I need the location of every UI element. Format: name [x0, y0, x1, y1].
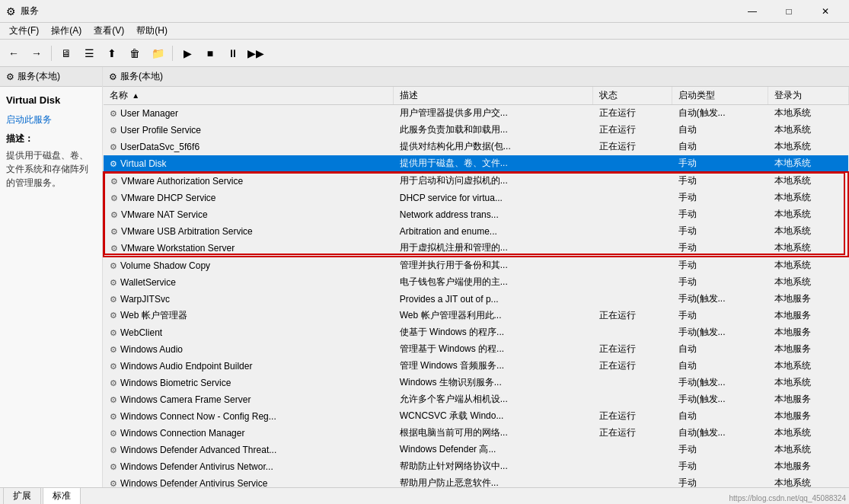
menu-item-a[interactable]: 操作(A)	[45, 23, 88, 39]
title-bar: ⚙ 服务 — □ ✕	[0, 0, 849, 23]
service-name: Windows Defender Antivirus Networ...	[120, 461, 273, 472]
table-row[interactable]: ⚙Windows Camera Frame Server允许多个客户端从相机设.…	[104, 391, 848, 408]
tab-standard[interactable]: 标准	[43, 487, 81, 504]
tab-expand[interactable]: 扩展	[3, 487, 41, 504]
service-startup: 自动(触发...	[672, 105, 768, 122]
service-desc: 提供对结构化用户数据(包...	[394, 139, 593, 155]
service-desc: 此服务负责加载和卸载用...	[394, 122, 593, 139]
maximize-button[interactable]: □	[771, 0, 806, 23]
service-name: Windows Connect Now - Config Reg...	[120, 411, 276, 422]
table-row[interactable]: ⚙WarpJITSvcProvides a JIT out of p...手动(…	[104, 291, 848, 308]
table-row[interactable]: ⚙Windows Audio Endpoint Builder管理 Window…	[104, 358, 848, 375]
menu-item-f[interactable]: 文件(F)	[3, 23, 45, 39]
service-login: 本地系统	[768, 442, 848, 458]
delete-button[interactable]: 🗑	[124, 43, 145, 64]
table-row[interactable]: ⚙Virtual Disk提供用于磁盘、卷、文件...手动本地系统	[104, 155, 848, 173]
service-login: 本地系统	[768, 375, 848, 391]
service-name: WalletService	[120, 277, 176, 288]
table-row[interactable]: ⚙Windows Defender Antivirus Networ...帮助防…	[104, 458, 848, 475]
service-gear-icon: ⚙	[110, 278, 117, 287]
service-startup: 自动	[672, 341, 768, 358]
service-login: 本地系统	[768, 240, 848, 257]
list-button[interactable]: ☰	[78, 43, 100, 64]
service-name: User Profile Service	[120, 125, 201, 136]
service-startup: 手动(触发...	[672, 324, 768, 341]
table-row[interactable]: ⚙Windows Defender Advanced Threat...Wind…	[104, 442, 848, 458]
sidebar-header-text: 服务(本地)	[18, 70, 60, 83]
table-row[interactable]: ⚙Windows Connect Now - Config Reg...WCNC…	[104, 408, 848, 425]
sidebar-start-link[interactable]: 启动此服务	[6, 113, 96, 126]
stop-button[interactable]: ■	[199, 43, 221, 64]
service-table: 名称 ▲ 描述 状态 启动类型 登录为 ⚙User Manager用户管理器提供…	[103, 87, 849, 487]
service-gear-icon: ⚙	[110, 445, 117, 455]
table-row[interactable]: ⚙User Profile Service此服务负责加载和卸载用...正在运行自…	[104, 122, 848, 139]
table-row[interactable]: ⚙Windows Biometric ServiceWindows 生物识别服务…	[104, 375, 848, 391]
menu-item-h[interactable]: 帮助(H)	[130, 23, 174, 39]
service-status: 正在运行	[593, 308, 672, 324]
service-status	[593, 442, 672, 458]
col-login[interactable]: 登录为	[768, 87, 848, 105]
table-row[interactable]: ⚙WalletService电子钱包客户端使用的主...手动本地系统	[104, 274, 848, 291]
service-status	[593, 172, 672, 190]
service-gear-icon: ⚙	[110, 362, 117, 371]
service-login: 本地系统	[768, 190, 848, 206]
col-startup[interactable]: 启动类型	[672, 87, 768, 105]
service-desc: 用户管理器提供多用户交...	[394, 105, 593, 122]
service-gear-icon: ⚙	[110, 412, 117, 421]
table-row[interactable]: ⚙Windows Audio管理基于 Windows 的程...正在运行自动本地…	[104, 341, 848, 358]
service-login: 本地系统	[768, 223, 848, 240]
menu-item-v[interactable]: 查看(V)	[88, 23, 130, 39]
table-row[interactable]: ⚙Windows Defender Antivirus Service帮助用户防…	[104, 475, 848, 488]
computer-button[interactable]: 🖥	[56, 43, 77, 64]
col-desc[interactable]: 描述	[394, 87, 593, 105]
service-table-wrapper[interactable]: 名称 ▲ 描述 状态 启动类型 登录为 ⚙User Manager用户管理器提供…	[103, 87, 849, 487]
restart-button[interactable]: ▶▶	[245, 43, 267, 64]
service-name: Volume Shadow Copy	[120, 260, 210, 271]
sidebar-header: ⚙ 服务(本地)	[0, 67, 102, 87]
table-row[interactable]: ⚙Volume Shadow Copy管理并执行用于备份和其...手动本地系统	[104, 257, 848, 274]
service-name: WebClient	[120, 327, 162, 338]
service-desc: 帮助防止针对网络协议中...	[394, 458, 593, 475]
service-desc: 管理基于 Windows 的程...	[394, 341, 593, 358]
service-login: 本地服务	[768, 291, 848, 308]
table-row[interactable]: ⚙VMware Workstation Server用于虚拟机注册和管理的...…	[104, 240, 848, 257]
service-status	[593, 155, 672, 173]
table-row[interactable]: ⚙Windows Connection Manager根据电脑当前可用的网络..…	[104, 425, 848, 442]
table-row[interactable]: ⚙UserDataSvc_5f6f6提供对结构化用户数据(包...正在运行自动本…	[104, 139, 848, 155]
service-login: 本地系统	[768, 257, 848, 274]
service-desc: 管理并执行用于备份和其...	[394, 257, 593, 274]
service-desc: Windows Defender 高...	[394, 442, 593, 458]
folder-button[interactable]: 📁	[147, 43, 168, 64]
service-status	[593, 391, 672, 408]
minimize-button[interactable]: —	[735, 0, 770, 23]
table-row[interactable]: ⚙Web 帐户管理器Web 帐户管理器利用此...正在运行手动本地服务	[104, 308, 848, 324]
service-desc: 允许多个客户端从相机设...	[394, 391, 593, 408]
table-row[interactable]: ⚙VMware USB Arbitration ServiceArbitrati…	[104, 223, 848, 240]
app-icon: ⚙	[6, 5, 16, 18]
service-status: 正在运行	[593, 341, 672, 358]
service-startup: 手动	[672, 155, 768, 173]
service-panel-header: ⚙ 服务(本地)	[103, 67, 849, 87]
table-row[interactable]: ⚙VMware DHCP ServiceDHCP service for vir…	[104, 190, 848, 206]
service-gear-icon: ⚙	[110, 109, 117, 118]
service-name: Windows Defender Advanced Threat...	[120, 445, 276, 455]
service-login: 本地服务	[768, 458, 848, 475]
service-startup: 自动	[672, 122, 768, 139]
service-name: VMware USB Arbitration Service	[121, 226, 253, 237]
play-button[interactable]: ▶	[177, 43, 198, 64]
col-status[interactable]: 状态	[593, 87, 672, 105]
service-name: Windows Audio	[120, 344, 183, 355]
up-button[interactable]: ⬆	[101, 43, 123, 64]
forward-button[interactable]: →	[26, 43, 47, 64]
service-startup: 手动	[672, 475, 768, 488]
pause-button[interactable]: ⏸	[222, 43, 244, 64]
service-status	[593, 240, 672, 257]
table-row[interactable]: ⚙User Manager用户管理器提供多用户交...正在运行自动(触发...本…	[104, 105, 848, 122]
main-area: ⚙ 服务(本地) Virtual Disk 启动此服务 描述： 提供用于磁盘、卷…	[0, 67, 849, 487]
table-row[interactable]: ⚙WebClient使基于 Windows 的程序...手动(触发...本地服务	[104, 324, 848, 341]
table-row[interactable]: ⚙VMware NAT ServiceNetwork address trans…	[104, 206, 848, 223]
col-name[interactable]: 名称 ▲	[104, 87, 394, 105]
back-button[interactable]: ←	[3, 43, 24, 64]
close-button[interactable]: ✕	[808, 0, 843, 23]
table-row[interactable]: ⚙VMware Authorization Service用于启动和访问虚拟机的…	[104, 172, 848, 190]
